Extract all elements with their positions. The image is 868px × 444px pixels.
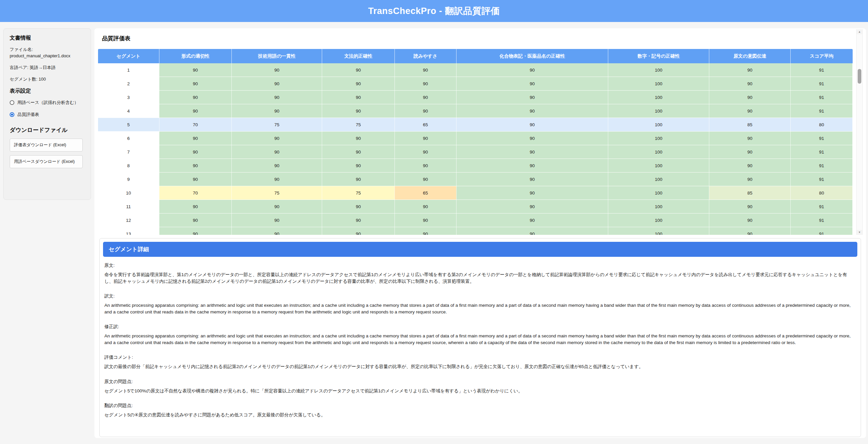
score-cell: 90 [159,63,231,77]
column-header: 化合物表記・医薬品名の正確性 [457,49,608,63]
score-cell: 80 [790,186,852,200]
score-cell: 70 [159,186,231,200]
score-cell: 91 [790,145,852,159]
table-row[interactable]: 570757565901008580 [98,118,852,132]
score-cell: 90 [159,227,231,235]
segment-cell: 6 [98,132,159,145]
score-cell: 90 [159,104,231,118]
segment-cell: 5 [98,118,159,132]
score-cell: 65 [395,118,457,132]
score-cell: 100 [608,173,709,186]
score-cell: 90 [709,213,790,227]
score-cell: 90 [709,145,790,159]
translation-issues-field: 翻訳の問題点: セグメント5の④原文の意図伝達を読みやすさに問題があるため低スコ… [104,403,856,418]
radio-selected-icon[interactable] [10,112,14,117]
score-cell: 90 [457,200,608,213]
segment-cell: 4 [98,104,159,118]
segment-cell: 9 [98,173,159,186]
main-panel: 品質評価表 セグメント形式の適切性技術用語の一貫性文法的正確性読みやすさ化合物表… [94,28,866,438]
score-cell: 90 [457,145,608,159]
table-title: 品質評価表 [102,34,852,43]
table-row[interactable]: 990909090901009091 [98,173,852,186]
translation-text-label: 訳文: [104,293,856,299]
table-scroll-viewport[interactable]: セグメント形式の適切性技術用語の一貫性文法的正確性読みやすさ化合物表記・医薬品名… [98,49,852,235]
radio-option-term-base[interactable]: 用語ベース（訳揺れ分析含む） [10,99,85,106]
download-evaluation-table-button[interactable]: 評価表ダウンロード (Excel) [10,139,83,151]
file-name-label: ファイル名: [10,47,33,52]
evaluation-comment-field: 評価コメント: 訳文の最後の部分「前記キャッシュメモリ内に記憶される前記第2のメ… [104,354,856,370]
scroll-down-icon[interactable]: ▼ [857,230,862,235]
score-cell: 90 [231,63,322,77]
score-cell: 100 [608,77,709,91]
score-cell: 90 [231,213,322,227]
score-cell: 90 [159,91,231,104]
revised-translation-value: An arithmetic processing apparatus compr… [104,333,856,346]
translation-text-value: An arithmetic processing apparatus compr… [104,302,856,315]
score-cell: 90 [709,159,790,173]
score-cell: 90 [395,63,457,77]
segment-cell: 12 [98,213,159,227]
segment-cell: 3 [98,91,159,104]
main-layout: 文書情報 ファイル名: product_manual_chapter1.docx… [0,22,868,438]
quality-table-region: 品質評価表 セグメント形式の適切性技術用語の一貫性文法的正確性読みやすさ化合物表… [94,28,866,235]
table-row[interactable]: 190909090901009091 [98,63,852,77]
file-name-value: product_manual_chapter1.docx [10,53,70,58]
score-cell: 90 [159,132,231,145]
score-cell: 90 [231,200,322,213]
score-cell: 90 [159,159,231,173]
score-cell: 90 [231,104,322,118]
score-cell: 85 [709,186,790,200]
score-cell: 100 [608,159,709,173]
table-row[interactable]: 1190909090901009091 [98,200,852,213]
table-row[interactable]: 890909090901009091 [98,159,852,173]
score-cell: 90 [231,227,322,235]
score-cell: 100 [608,200,709,213]
segment-cell: 13 [98,227,159,235]
download-term-base-button[interactable]: 用語ベースダウンロード (Excel) [10,155,83,168]
segment-cell: 1 [98,63,159,77]
score-cell: 90 [709,63,790,77]
segment-cell: 2 [98,77,159,91]
score-cell: 90 [231,77,322,91]
table-row[interactable]: 490909090901009091 [98,104,852,118]
radio-unselected-icon[interactable] [10,100,14,105]
score-cell: 90 [457,104,608,118]
score-cell: 90 [395,173,457,186]
score-cell: 91 [790,213,852,227]
score-cell: 100 [608,91,709,104]
radio-option-quality-table[interactable]: 品質評価表 [10,111,85,117]
score-cell: 91 [790,200,852,213]
table-row[interactable]: 790909090901009091 [98,145,852,159]
radio-option-label: 用語ベース（訳揺れ分析含む） [17,100,79,105]
score-cell: 90 [322,145,395,159]
score-cell: 91 [790,227,852,235]
scrollbar-thumb[interactable] [858,69,861,83]
segment-cell: 8 [98,159,159,173]
score-cell: 90 [457,91,608,104]
table-row[interactable]: 290909090901009091 [98,77,852,91]
table-row[interactable]: 1390909090901009091 [98,227,852,235]
source-issues-label: 原文の問題点: [104,379,856,385]
column-header: 読みやすさ [395,49,457,63]
score-cell: 90 [457,186,608,200]
table-row[interactable]: 690909090901009091 [98,132,852,145]
table-row[interactable]: 1290909090901009091 [98,213,852,227]
table-row[interactable]: 1070757565901008580 [98,186,852,200]
segment-count: セグメント数: 100 [10,76,85,82]
score-cell: 90 [709,227,790,235]
file-name-row: ファイル名: product_manual_chapter1.docx [10,46,85,59]
score-cell: 90 [322,200,395,213]
score-cell: 100 [608,227,709,235]
score-cell: 91 [790,159,852,173]
table-scrollbar[interactable]: ▲ ▼ [856,29,863,235]
score-cell: 91 [790,173,852,186]
table-row[interactable]: 390909090901009091 [98,91,852,104]
score-cell: 90 [322,77,395,91]
score-cell: 90 [395,200,457,213]
quality-score-table: セグメント形式の適切性技術用語の一貫性文法的正確性読みやすさ化合物表記・医薬品名… [98,49,852,235]
scroll-up-icon[interactable]: ▲ [857,29,862,34]
score-cell: 90 [159,213,231,227]
score-cell: 90 [322,227,395,235]
translation-issues-label: 翻訳の問題点: [104,403,856,409]
downloads-heading: ダウンロードファイル [10,126,85,134]
